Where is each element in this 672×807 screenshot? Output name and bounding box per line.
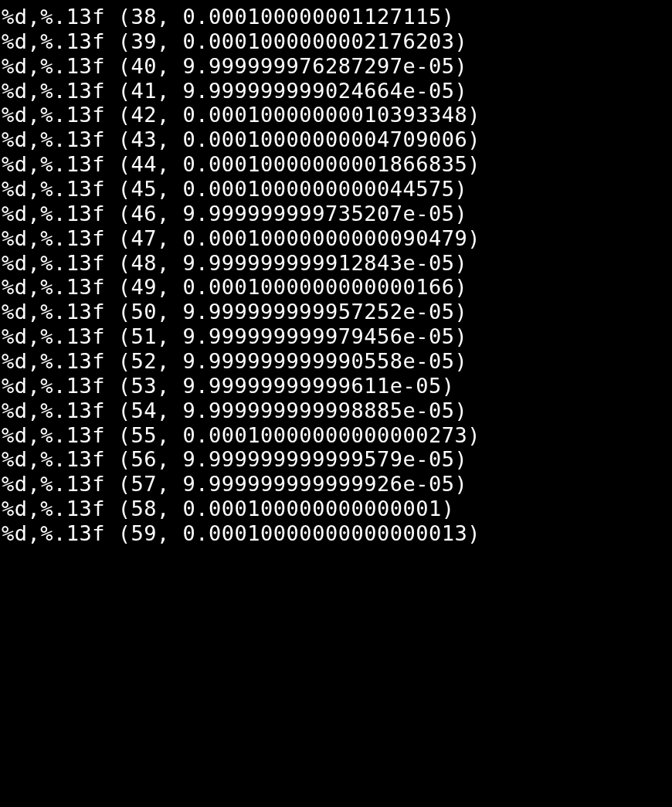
- output-line: %d,%.13f (40, 9.999999976287297e-05): [2, 54, 672, 79]
- output-line: %d,%.13f (55, 0.00010000000000000273): [2, 423, 672, 448]
- output-line: %d,%.13f (56, 9.999999999999579e-05): [2, 447, 672, 472]
- output-line: %d,%.13f (57, 9.999999999999926e-05): [2, 472, 672, 497]
- output-line: %d,%.13f (54, 9.999999999998885e-05): [2, 398, 672, 423]
- output-line: %d,%.13f (45, 0.0001000000000044575): [2, 177, 672, 202]
- output-line: %d,%.13f (39, 0.0001000000002176203): [2, 29, 672, 54]
- output-line: %d,%.13f (46, 9.999999999735207e-05): [2, 202, 672, 226]
- output-line: %d,%.13f (58, 0.000100000000000001): [2, 497, 672, 521]
- output-line: %d,%.13f (47, 0.00010000000000090479): [2, 226, 672, 251]
- terminal-output: %d,%.13f (38, 0.000100000001127115)%d,%.…: [0, 0, 672, 807]
- output-line: %d,%.13f (59, 0.00010000000000000013): [2, 521, 672, 546]
- output-line: %d,%.13f (51, 9.999999999979456e-05): [2, 324, 672, 349]
- output-line: %d,%.13f (38, 0.000100000001127115): [2, 5, 672, 29]
- output-line: %d,%.13f (50, 9.999999999957252e-05): [2, 300, 672, 324]
- output-line: %d,%.13f (44, 0.00010000000001866835): [2, 152, 672, 177]
- output-line: %d,%.13f (42, 0.00010000000010393348): [2, 103, 672, 127]
- output-line: %d,%.13f (49, 0.0001000000000000166): [2, 275, 672, 300]
- output-line: %d,%.13f (41, 9.999999999024664e-05): [2, 79, 672, 103]
- output-line: %d,%.13f (43, 0.00010000000004709006): [2, 127, 672, 152]
- output-line: %d,%.13f (52, 9.999999999990558e-05): [2, 349, 672, 374]
- output-line: %d,%.13f (53, 9.99999999999611e-05): [2, 374, 672, 398]
- output-line: %d,%.13f (48, 9.999999999912843e-05): [2, 251, 672, 276]
